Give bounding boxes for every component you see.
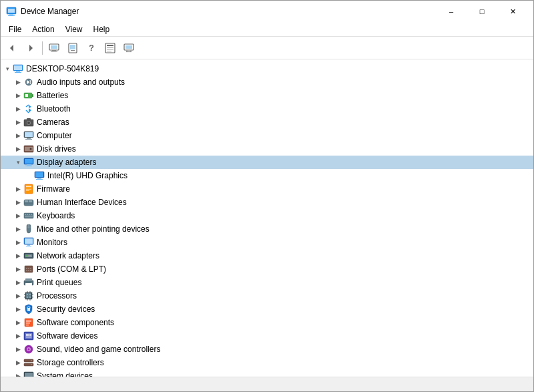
root-expander[interactable]: ▾ [2, 63, 13, 74]
title-bar: Device Manager – □ ✕ [1, 1, 533, 22]
minimize-button[interactable]: – [436, 1, 467, 22]
svg-rect-56 [26, 190, 29, 191]
disk-icon [23, 144, 34, 154]
mice-expander[interactable]: ▶ [13, 224, 23, 234]
network-expander[interactable]: ▶ [13, 250, 23, 261]
svg-rect-45 [25, 159, 33, 164]
svg-rect-65 [31, 214, 32, 216]
batteries-expander[interactable]: ▶ [13, 90, 23, 101]
svg-rect-19 [125, 45, 132, 49]
computer-item[interactable]: ▶ Computer [1, 129, 533, 142]
display-expander[interactable]: ▾ [13, 157, 23, 168]
svg-rect-72 [26, 246, 31, 246]
svg-rect-14 [107, 45, 113, 46]
bluetooth-item[interactable]: ▶ Bluetooth [1, 102, 533, 116]
cameras-item[interactable]: ▶ Cameras [1, 116, 533, 129]
app-icon [6, 6, 17, 17]
menu-view[interactable]: View [60, 22, 88, 37]
svg-rect-38 [25, 132, 33, 137]
monitors-item[interactable]: ▶ Monitors [1, 236, 533, 249]
svg-rect-31 [25, 94, 28, 97]
sound-expander[interactable]: ▶ [13, 344, 23, 355]
properties-button[interactable] [101, 39, 119, 57]
mice-item[interactable]: ▶ Mice and other pointing devices [1, 222, 533, 236]
batteries-item[interactable]: ▶ Batteries [1, 89, 533, 102]
processors-item[interactable]: ▶ Proces [1, 289, 533, 303]
audio-item[interactable]: ▶ Audio inputs and outputs [1, 75, 533, 89]
security-label: Security devices [37, 305, 95, 314]
system-label: System devices [37, 371, 93, 377]
menu-file[interactable]: File [3, 22, 27, 37]
audio-expander[interactable]: ▶ [13, 77, 23, 87]
svg-rect-53 [26, 186, 31, 187]
keyboards-expander[interactable]: ▶ [13, 210, 23, 221]
close-button[interactable]: ✕ [497, 1, 528, 22]
cameras-expander[interactable]: ▶ [13, 117, 23, 128]
keyboards-item[interactable]: ▶ Keyboards [1, 209, 533, 222]
print-expander[interactable]: ▶ [13, 277, 23, 288]
forward-button[interactable] [22, 39, 39, 57]
system-expander[interactable]: ▶ [13, 371, 23, 377]
svg-rect-62 [25, 214, 26, 216]
svg-rect-50 [37, 178, 41, 179]
system-item[interactable]: ▶ System devices [1, 369, 533, 377]
processors-expander[interactable]: ▶ [13, 290, 23, 301]
display-adapters-item[interactable]: ▾ Display adapters [1, 156, 533, 169]
security-item[interactable]: ▶ Security devices [1, 303, 533, 316]
storage-item[interactable]: ▶ Storage controllers [1, 356, 533, 369]
computer-expander[interactable]: ▶ [13, 130, 23, 141]
hid-expander[interactable]: ▶ [13, 197, 23, 208]
firmware-item[interactable]: ▶ Firmware [1, 182, 533, 196]
svg-rect-26 [15, 72, 21, 73]
intel-graphics-item[interactable]: ▶ Intel(R) UHD Graphics [1, 169, 533, 182]
device-button[interactable] [64, 39, 81, 57]
monitors-expander[interactable]: ▶ [13, 237, 23, 248]
software-comp-item[interactable]: ▶ Software components [1, 316, 533, 329]
network-item[interactable]: ▶ Network adapters [1, 249, 533, 262]
root-label: DESKTOP-504K819 [26, 64, 99, 73]
keyboards-label: Keyboards [37, 211, 75, 220]
software-dev-item[interactable]: ▶ Software devices [1, 329, 533, 343]
bluetooth-expander[interactable]: ▶ [13, 104, 23, 114]
firmware-icon [23, 184, 34, 194]
root-item[interactable]: ▾ DESKTOP-504K819 [1, 62, 533, 75]
maximize-button[interactable]: □ [467, 1, 497, 22]
svg-rect-59 [29, 200, 32, 202]
softwaredev-expander[interactable]: ▶ [13, 331, 23, 341]
ports-expander[interactable]: ▶ [13, 264, 23, 274]
svg-rect-40 [25, 139, 32, 140]
svg-rect-107 [26, 321, 31, 322]
bluetooth-icon [23, 104, 34, 114]
back-button[interactable] [3, 39, 21, 57]
device-tree[interactable]: ▾ DESKTOP-504K819 ▶ Audio [1, 59, 533, 377]
security-expander[interactable]: ▶ [13, 304, 23, 315]
display-icon [23, 157, 34, 168]
monitors-icon [23, 237, 34, 248]
svg-rect-39 [27, 138, 31, 139]
softwarecomp-expander[interactable]: ▶ [13, 317, 23, 328]
intel-icon [34, 170, 45, 181]
svg-rect-46 [27, 164, 31, 166]
svg-rect-9 [51, 51, 57, 51]
hid-item[interactable]: ▶ Human Interface Devices [1, 196, 533, 209]
storage-expander[interactable]: ▶ [13, 357, 23, 368]
svg-rect-2 [9, 14, 13, 15]
disk-drives-item[interactable]: ▶ Disk drives [1, 142, 533, 156]
ports-item[interactable]: ▶ Ports (COM & LPT) [1, 262, 533, 276]
display-button[interactable] [120, 39, 138, 57]
print-item[interactable]: ▶ Print queues [1, 276, 533, 289]
computer-button[interactable] [45, 39, 63, 57]
menu-help[interactable]: Help [88, 22, 115, 37]
firmware-expander[interactable]: ▶ [13, 184, 23, 194]
svg-marker-5 [29, 45, 33, 51]
svg-point-121 [31, 364, 32, 365]
print-icon [23, 277, 34, 288]
svg-rect-24 [14, 65, 22, 70]
svg-rect-8 [52, 50, 56, 51]
disk-expander[interactable]: ▶ [13, 144, 23, 154]
help-button[interactable]: ? [83, 39, 100, 57]
processors-label: Processors [37, 291, 77, 301]
network-label: Network adapters [37, 251, 99, 260]
menu-action[interactable]: Action [27, 22, 59, 37]
sound-item[interactable]: ▶ Sound, video and game controllers [1, 343, 533, 356]
